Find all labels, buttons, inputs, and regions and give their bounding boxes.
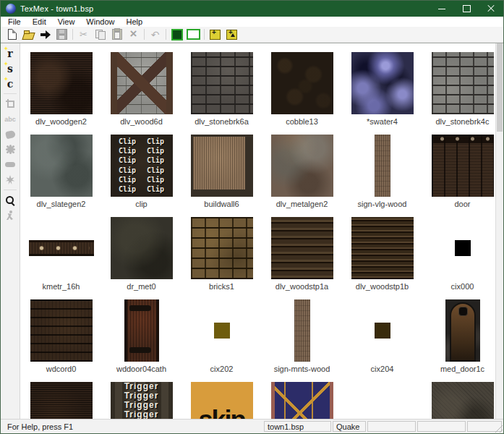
texture-name: *swater4 [367,116,398,127]
texture-thumbnail[interactable] [455,240,471,256]
texture-name: sign-vlg-wood [358,199,407,209]
resize-tool-button[interactable]: r [2,46,18,61]
texture-thumbnail[interactable] [271,217,333,279]
texture-thumbnail[interactable] [111,52,173,114]
import-texture-button[interactable] [223,27,240,41]
view-thumbnails-button[interactable] [168,27,185,41]
texture-thumbnail[interactable] [432,52,494,114]
texture-name: cobble13 [286,116,318,127]
extract-button[interactable] [37,27,54,41]
texture-cell: dlv_stonebrk4c [422,50,495,132]
texture-name: dlv_wood6d [120,116,163,127]
gear-icon [7,146,14,153]
texture-cell: cix204 [342,297,422,380]
hand-tool-button [2,127,18,142]
texture-thumbnail[interactable] [294,299,310,362]
green-frame-icon [187,29,200,40]
magnifier-icon [5,195,15,205]
texture-overlay-text: Clip [147,147,164,156]
texture-cell [262,380,342,420]
gear-tool-button [2,142,18,157]
texture-grid: dlv_woodgen2dlv_wood6ddlv_stonebrk6acobb… [20,43,495,420]
texture-overlay-text: Clip [147,176,164,184]
toolbar-separator [72,29,73,40]
side-separator [4,190,17,190]
main-toolbar [1,27,503,43]
texture-thumbnail[interactable] [124,299,159,362]
texture-thumbnail[interactable]: TriggerTriggerTriggerTriggerTrigger [111,382,173,420]
texture-thumbnail[interactable] [191,135,253,197]
texture-cell: *swater4 [342,50,422,132]
texture-cell: dlv_wood6d [101,50,181,132]
status-panel [417,421,466,432]
texture-name: kmetr_16h [43,281,80,292]
maximize-button[interactable] [454,1,479,17]
texture-thumbnail[interactable]: ClipClipClipClipClipClipClipClipClipClip… [111,135,173,197]
menu-window[interactable]: Window [80,17,120,26]
pill-tool-button [2,157,18,172]
texture-thumbnail[interactable] [30,135,93,197]
texture-thumbnail[interactable] [432,382,494,420]
menu-edit[interactable]: Edit [27,17,52,26]
view-frames-button[interactable] [185,27,202,41]
zoom-tool-button[interactable] [2,192,18,208]
texture-thumbnail[interactable] [271,382,333,420]
texture-thumbnail[interactable] [30,382,93,420]
texture-cell [21,380,101,420]
runner-icon [6,210,14,220]
delete-button [125,27,142,41]
texture-thumbnail[interactable] [351,217,414,279]
convert-tool-button[interactable]: c [2,76,18,91]
texture-thumbnail[interactable] [351,52,414,114]
texture-thumbnail[interactable] [432,135,494,197]
open-folder-icon [23,30,35,39]
app-icon [6,4,16,14]
texture-thumbnail[interactable] [375,323,390,339]
vertical-scrollbar[interactable] [495,43,503,420]
close-button[interactable] [479,1,503,17]
save-button [54,27,70,41]
pill-icon [5,162,15,167]
texture-thumbnail[interactable] [271,52,333,114]
animate-tool-button [2,208,18,223]
minimize-button[interactable] [430,1,454,17]
tool-s-icon: s [7,63,13,75]
copy-button [92,27,108,41]
export-arrow-icon [40,30,51,39]
title-bar[interactable]: TexMex - town1.bsp [1,1,503,17]
texture-thumbnail[interactable] [191,52,253,114]
texture-cell: sign-vlg-wood [342,132,422,215]
add-texture-button[interactable] [207,27,223,41]
texture-name: dlv_woodgen2 [35,116,87,127]
cut-button [75,27,92,41]
texture-thumbnail[interactable] [214,323,230,339]
menu-file[interactable]: File [2,17,27,26]
texture-thumbnail[interactable] [445,299,480,362]
texture-thumbnail[interactable]: skip [191,382,253,420]
scrollbar-thumb[interactable] [497,43,503,132]
texture-cell: dlv_woodstp1b [342,215,422,297]
texture-cell: wddoor04cath [101,297,181,380]
texture-thumbnail[interactable] [30,299,93,362]
texture-thumbnail[interactable] [29,240,94,256]
texture-thumbnail[interactable] [30,52,93,114]
texture-thumbnail[interactable] [375,135,390,197]
menu-help[interactable]: Help [120,17,148,26]
status-help-text: For Help, press F1 [1,420,264,433]
scale-tool-button[interactable]: s [2,61,18,76]
texture-cell: dlv_stonebrk6a [181,50,262,132]
new-button[interactable] [4,27,20,41]
texture-overlay-text: skip [198,405,244,420]
texture-name: bricks1 [209,281,234,292]
texture-thumbnail[interactable] [111,217,173,279]
menu-view[interactable]: View [52,17,81,26]
texture-thumbnail[interactable] [191,217,253,279]
texture-name: clip [135,199,148,209]
texture-thumbnail[interactable] [271,135,333,197]
texture-overlay-text: Clip [119,137,136,146]
open-button[interactable] [20,27,37,41]
texture-cell: dlv_woodstp1a [262,215,342,297]
texture-overlay-text: Clip [147,185,164,194]
texture-overlay-text: Clip [147,137,164,146]
paste-icon [112,29,122,40]
